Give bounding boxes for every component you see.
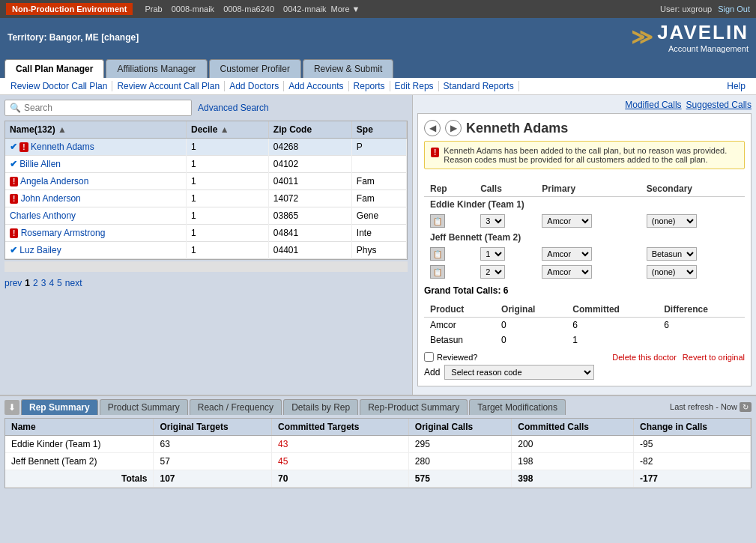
- sort-decile-icon[interactable]: ▲: [220, 124, 229, 135]
- search-icon: 🔍: [10, 103, 21, 113]
- reviewed-checkbox[interactable]: [424, 352, 434, 362]
- subnav-add-doctors[interactable]: Add Doctors: [225, 81, 284, 91]
- primary-select-1[interactable]: AmcorBetasun: [542, 214, 592, 228]
- tab-review-submit[interactable]: Review & Submit: [303, 59, 393, 78]
- summary-row: Eddie Kinder (Team 1) 63 43 295 200 -95: [5, 436, 751, 453]
- bottom-tab-rep-summary[interactable]: Rep Summary: [21, 399, 98, 415]
- env-badge: Non-Production Environment: [6, 3, 133, 15]
- doctor-name-link[interactable]: John Anderson: [21, 193, 81, 204]
- doctor-name-link[interactable]: Kenneth Adams: [31, 142, 94, 152]
- summary-orig-targets: 57: [154, 453, 272, 470]
- doctor-table: Name(132) ▲ Decile ▲ Zip Code Spe ✔ ! Ke…: [5, 121, 407, 259]
- summary-orig-calls: 295: [408, 436, 511, 453]
- tab-0008ma6240[interactable]: 0008-ma6240: [219, 4, 279, 13]
- tab-customer-profiler[interactable]: Customer Profiler: [209, 59, 301, 78]
- doctor-name-link[interactable]: Charles Anthony: [10, 210, 76, 221]
- detail-nav: ◀ ▶ Kenneth Adams: [424, 120, 745, 136]
- reason-select[interactable]: Select reason code: [444, 365, 594, 380]
- decile-cell: 1: [187, 207, 269, 225]
- sort-name-icon[interactable]: ▲: [58, 124, 67, 135]
- subnav-standard-reports[interactable]: Standard Reports: [439, 81, 519, 91]
- call-tabs: Modified Calls Suggested Calls: [417, 100, 752, 110]
- secondary-select-2[interactable]: （none)Betasun: [647, 247, 697, 261]
- summary-col-comm-targets: Committed Targets: [272, 419, 409, 436]
- right-panel: Modified Calls Suggested Calls ◀ ▶ Kenne…: [412, 95, 756, 395]
- totals-orig-calls: 575: [408, 470, 511, 488]
- subnav-add-accounts[interactable]: Add Accounts: [284, 81, 348, 91]
- subnav-edit-reps[interactable]: Edit Reps: [390, 81, 439, 91]
- page-5[interactable]: 5: [57, 278, 62, 288]
- delete-doctor-link[interactable]: Delete this doctor: [612, 353, 677, 362]
- primary-select-2[interactable]: AmcorBetasun: [542, 247, 592, 261]
- more-menu[interactable]: More ▼: [331, 4, 360, 13]
- tab-call-plan-manager[interactable]: Call Plan Manager: [4, 59, 104, 78]
- prev-page[interactable]: prev: [4, 278, 22, 288]
- logo-title: JAVELIN: [657, 21, 749, 44]
- prod-committed: 1: [566, 333, 658, 348]
- reviewed-label[interactable]: Reviewed?: [424, 352, 477, 362]
- revert-link[interactable]: Revert to original: [683, 353, 745, 362]
- subnav-reports[interactable]: Reports: [349, 81, 390, 91]
- doctor-name-link[interactable]: Luz Bailey: [19, 245, 61, 255]
- page-4[interactable]: 4: [49, 278, 54, 288]
- doctor-name-link[interactable]: Billie Allen: [19, 159, 61, 169]
- horizontal-scrollbar[interactable]: [4, 261, 408, 272]
- calls-select-1[interactable]: 135: [480, 214, 505, 228]
- prev-doctor-btn[interactable]: ◀: [424, 120, 441, 136]
- user-label[interactable]: User: uxgroup: [660, 4, 712, 13]
- page-3[interactable]: 3: [41, 278, 46, 288]
- suggested-calls-tab[interactable]: Suggested Calls: [686, 100, 752, 110]
- decile-cell: 1: [187, 173, 269, 190]
- collapse-button[interactable]: ⬇: [4, 400, 19, 415]
- next-doctor-btn[interactable]: ▶: [445, 120, 462, 136]
- bottom-tab-product-summary[interactable]: Product Summary: [100, 399, 188, 415]
- summary-orig-targets: 63: [154, 436, 272, 453]
- prod-committed: 6: [566, 318, 658, 333]
- add-label: Add: [424, 367, 440, 377]
- summary-col-comm-calls: Committed Calls: [512, 419, 634, 436]
- page-2[interactable]: 2: [33, 278, 38, 288]
- bottom-tab-target-mods[interactable]: Target Modifications: [469, 399, 566, 415]
- subnav-review-doctor[interactable]: Review Doctor Call Plan: [6, 81, 112, 91]
- bottom-tab-details-by-rep[interactable]: Details by Rep: [283, 399, 358, 415]
- calls-select-2[interactable]: 13: [480, 247, 505, 261]
- rep-row: 📋 12 AmcorBetasun: [424, 263, 745, 281]
- prod-difference: 6: [658, 318, 745, 333]
- summary-table-wrap: Name Original Targets Committed Targets …: [4, 418, 752, 488]
- secondary-select-3[interactable]: (none)Betasun: [647, 265, 697, 279]
- doctor-name-link[interactable]: Angela Anderson: [20, 176, 88, 186]
- bottom-tab-reach-frequency[interactable]: Reach / Frequency: [190, 399, 282, 415]
- decile-cell: 1: [187, 225, 269, 242]
- modified-calls-tab[interactable]: Modified Calls: [625, 100, 681, 110]
- signout-link[interactable]: Sign Out: [718, 4, 750, 13]
- tab-affiliations-manager[interactable]: Affiliations Manager: [106, 59, 207, 78]
- prod-original: 0: [495, 318, 566, 333]
- rep-group-2-label: Jeff Bennett (Team 2): [424, 230, 745, 245]
- page-1[interactable]: 1: [25, 278, 30, 288]
- top-bar: Non-Production Environment Prab 0008-mna…: [0, 0, 756, 18]
- next-page[interactable]: next: [65, 278, 82, 288]
- calls-select-3[interactable]: 12: [480, 265, 505, 279]
- subnav-review-account[interactable]: Review Account Call Plan: [112, 81, 225, 91]
- search-input-wrap: 🔍: [4, 100, 192, 116]
- tab-0008mnaik[interactable]: 0008-mnaik: [167, 4, 219, 13]
- totals-label: Totals: [5, 470, 154, 488]
- secondary-select-1[interactable]: (none)Betasun: [647, 214, 697, 228]
- prod-difference: [658, 333, 745, 348]
- advanced-search-link[interactable]: Advanced Search: [198, 103, 269, 113]
- refresh-button[interactable]: ↻: [740, 402, 752, 412]
- user-tab[interactable]: Prab: [140, 4, 166, 13]
- help-link[interactable]: Help: [722, 81, 750, 91]
- bottom-tab-rep-product[interactable]: Rep-Product Summary: [360, 399, 468, 415]
- chevron-down-icon: ▼: [352, 4, 360, 13]
- detail-scroll-area[interactable]: Rep Calls Primary Secondary Eddie Kinder…: [424, 175, 745, 380]
- summary-comm-targets: 43: [272, 436, 409, 453]
- rep-group-1-label: Eddie Kinder (Team 1): [424, 197, 745, 213]
- search-input[interactable]: [24, 103, 187, 113]
- check-cell: ✔ Billie Allen: [5, 156, 187, 173]
- primary-select-3[interactable]: AmcorBetasun: [542, 265, 592, 279]
- doctor-name-link[interactable]: Rosemary Armstrong: [21, 228, 106, 238]
- totals-comm-targets: 70: [272, 470, 409, 488]
- tab-0042mnaik[interactable]: 0042-mnaik: [279, 4, 330, 13]
- summary-comm-calls: 198: [512, 453, 634, 470]
